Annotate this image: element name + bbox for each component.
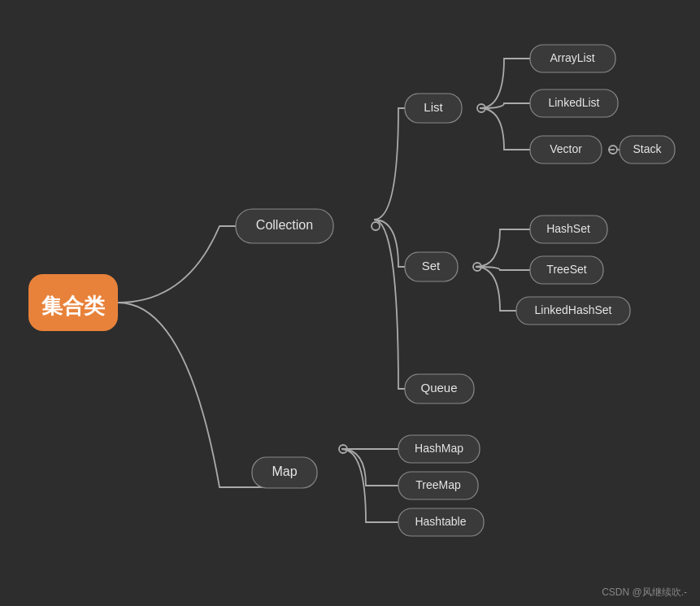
queue-label: Queue xyxy=(420,381,457,395)
treemap-label: TreeMap xyxy=(415,478,461,491)
set-label: Set xyxy=(422,259,441,272)
map-label: Map xyxy=(272,464,297,478)
mind-map: 集合类 Collection Map List Set Queue ArrayL… xyxy=(0,0,700,606)
collection-label: Collection xyxy=(256,218,313,232)
hashmap-label: HashMap xyxy=(415,442,463,455)
arraylist-label: ArrayList xyxy=(550,51,594,64)
linkedhashset-label: LinkedHashSet xyxy=(535,303,612,316)
hashtable-label: Hashtable xyxy=(415,515,466,528)
hashset-label: HashSet xyxy=(546,222,590,235)
root-label: 集合类 xyxy=(41,294,106,318)
watermark: CSDN @风继续吹.- xyxy=(602,586,687,598)
linkedlist-label: LinkedList xyxy=(548,96,599,109)
list-label: List xyxy=(424,100,443,114)
vector-label: Vector xyxy=(550,142,582,155)
treeset-label: TreeSet xyxy=(546,263,586,276)
stack-label: Stack xyxy=(633,142,662,155)
